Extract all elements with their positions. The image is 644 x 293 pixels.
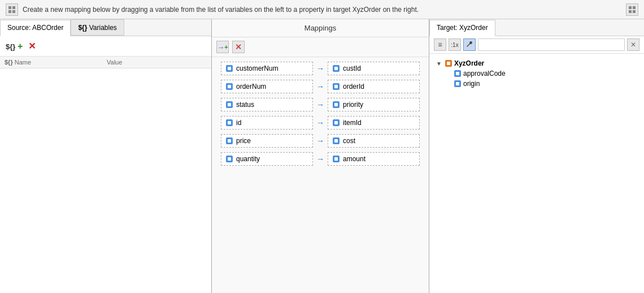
svg-rect-1 bbox=[12, 6, 15, 9]
target-box-icon bbox=[333, 65, 340, 72]
svg-rect-4 bbox=[629, 6, 632, 9]
add-mapping-btn[interactable]: → + bbox=[216, 41, 229, 53]
add-icon: + bbox=[18, 41, 23, 51]
top-bar: Create a new mapping below by dragging a… bbox=[0, 0, 644, 19]
source-box-icon bbox=[226, 119, 233, 126]
target-box-icon bbox=[333, 101, 340, 108]
svg-rect-7 bbox=[633, 10, 636, 13]
right-toolbar: ≡ :1x ✕ bbox=[429, 36, 644, 54]
svg-rect-5 bbox=[633, 6, 636, 9]
top-right-icon-btn[interactable] bbox=[626, 3, 638, 16]
tab-variables[interactable]: ${} Variables bbox=[71, 19, 124, 36]
mapping-row: quantity → amount bbox=[221, 152, 420, 166]
collapse-icon: ≡ bbox=[438, 41, 442, 49]
source-label: id bbox=[236, 119, 241, 127]
mapping-row: price → cost bbox=[221, 134, 420, 148]
mapping-target-box[interactable]: custId bbox=[328, 62, 420, 75]
col-name-header: ${} Name bbox=[5, 59, 105, 66]
mapping-target-box[interactable]: priority bbox=[328, 98, 420, 111]
tab-source[interactable]: Source: ABCOrder bbox=[0, 20, 71, 36]
left-panel: Source: ABCOrder ${} Variables ${} + ✕ $… bbox=[0, 19, 212, 293]
mappings-list: customerNum → custId orderNum → orderId … bbox=[212, 57, 429, 293]
root-obj-icon bbox=[445, 60, 452, 67]
source-box-icon bbox=[226, 156, 233, 162]
source-label: price bbox=[236, 137, 251, 145]
tree-root-item[interactable]: ▼ XyzOrder bbox=[434, 58, 639, 68]
mapping-arrow-icon: → bbox=[316, 118, 324, 127]
mapping-source-box[interactable]: orderNum bbox=[221, 80, 313, 93]
top-bar-left: Create a new mapping below by dragging a… bbox=[6, 3, 419, 16]
target-label: priority bbox=[343, 101, 363, 109]
left-content bbox=[0, 68, 211, 293]
mapping-source-box[interactable]: id bbox=[221, 116, 313, 130]
source-box-icon bbox=[226, 101, 233, 108]
collapse-arrow-icon: ▼ bbox=[436, 61, 442, 67]
mapping-source-box[interactable]: quantity bbox=[221, 152, 313, 166]
mapping-target-box[interactable]: itemId bbox=[328, 116, 420, 130]
top-left-icon-btn[interactable] bbox=[6, 3, 18, 16]
tab-variables-label: ${} Variables bbox=[78, 24, 117, 32]
target-box-icon bbox=[333, 83, 340, 90]
mapping-target-box[interactable]: cost bbox=[328, 134, 420, 148]
tab-source-label: Source: ABCOrder bbox=[7, 24, 63, 32]
mapping-row: customerNum → custId bbox=[221, 62, 420, 75]
source-label: status bbox=[236, 101, 254, 109]
add-variable-btn[interactable]: ${} + bbox=[5, 40, 24, 53]
source-box-icon bbox=[226, 65, 233, 72]
mapping-source-box[interactable]: status bbox=[221, 98, 313, 111]
filter-btn[interactable]: :1x bbox=[449, 38, 461, 51]
right-panel: Target: XyzOrder ≡ :1x ✕ bbox=[429, 19, 644, 293]
search-input[interactable] bbox=[478, 38, 625, 51]
target-box-icon bbox=[333, 119, 340, 126]
delete-mapping-btn[interactable]: ✕ bbox=[232, 41, 245, 53]
instruction-text: Create a new mapping below by dragging a… bbox=[23, 6, 419, 14]
right-panel-tabs: Target: XyzOrder bbox=[429, 19, 644, 36]
tab-target-label: Target: XyzOrder bbox=[437, 24, 488, 32]
source-label: quantity bbox=[236, 155, 260, 163]
mapping-arrow-icon: → bbox=[316, 100, 324, 109]
mapping-arrow-icon: → bbox=[316, 154, 324, 163]
collapse-btn[interactable]: ≡ bbox=[434, 38, 446, 51]
target-box-icon bbox=[333, 156, 340, 162]
mapping-arrow-icon: → bbox=[316, 82, 324, 91]
delete-variable-btn[interactable]: ✕ bbox=[27, 40, 37, 53]
mapping-arrow-icon: → bbox=[316, 64, 324, 73]
mapping-row: status → priority bbox=[221, 98, 420, 111]
svg-rect-0 bbox=[8, 6, 11, 9]
delete-icon: ✕ bbox=[28, 41, 36, 51]
tree-root-label: XyzOrder bbox=[454, 59, 484, 67]
middle-toolbar: → + ✕ bbox=[212, 37, 429, 57]
main-content: Source: ABCOrder ${} Variables ${} + ✕ $… bbox=[0, 19, 644, 293]
mapping-source-box[interactable]: price bbox=[221, 134, 313, 148]
left-toolbar: ${} + ✕ bbox=[0, 36, 211, 57]
mapping-row: id → itemId bbox=[221, 116, 420, 130]
target-label: itemId bbox=[343, 119, 362, 127]
svg-rect-6 bbox=[629, 10, 632, 13]
svg-rect-3 bbox=[12, 10, 15, 13]
target-label: cost bbox=[343, 137, 355, 145]
tree-child-item[interactable]: approvalCode bbox=[452, 68, 639, 79]
wrench-icon bbox=[465, 40, 473, 49]
source-label: customerNum bbox=[236, 64, 279, 72]
right-tree-content: ▼ XyzOrder approvalCode origin bbox=[429, 54, 644, 293]
tree-children: approvalCode origin bbox=[452, 68, 639, 89]
target-label: orderId bbox=[343, 83, 364, 91]
field-icon bbox=[454, 80, 461, 87]
left-table-header: ${} Name Value bbox=[0, 57, 211, 68]
tab-target[interactable]: Target: XyzOrder bbox=[429, 20, 495, 36]
tree-child-item[interactable]: origin bbox=[452, 79, 639, 89]
search-close-btn[interactable]: ✕ bbox=[627, 38, 639, 51]
mapping-row: orderNum → orderId bbox=[221, 80, 420, 93]
mapping-target-box[interactable]: amount bbox=[328, 152, 420, 166]
source-label: orderNum bbox=[236, 83, 266, 91]
middle-panel: Mappings → + ✕ customerNum → custId bbox=[212, 19, 429, 293]
left-panel-tabs: Source: ABCOrder ${} Variables bbox=[0, 19, 211, 36]
tree-child-label: origin bbox=[463, 80, 480, 88]
mapping-source-box[interactable]: customerNum bbox=[221, 62, 313, 75]
mapping-target-box[interactable]: orderId bbox=[328, 80, 420, 93]
col-value-header: Value bbox=[107, 59, 207, 66]
target-label: custId bbox=[343, 64, 361, 72]
wrench-btn[interactable] bbox=[463, 38, 476, 51]
filter-icon: :1x bbox=[451, 42, 458, 48]
close-icon: ✕ bbox=[630, 41, 636, 49]
